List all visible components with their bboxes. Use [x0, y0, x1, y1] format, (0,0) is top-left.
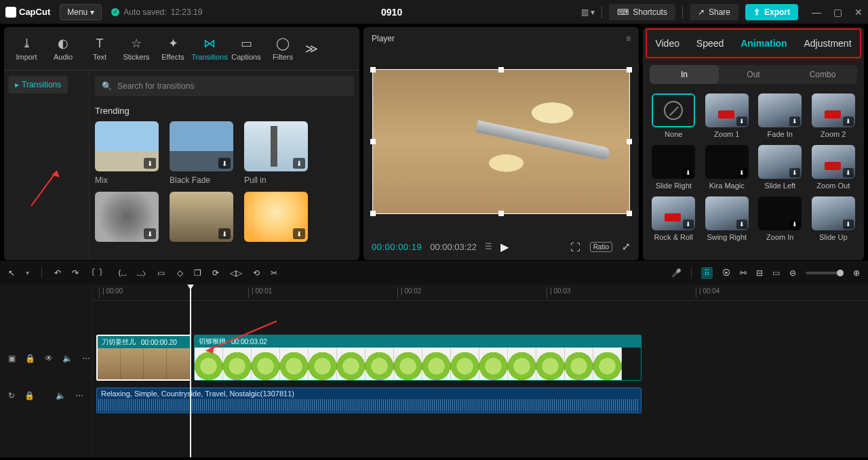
trim-right-icon[interactable]: ⎵⟩ [137, 268, 146, 278]
window-maximize-icon[interactable]: ▢ [833, 7, 842, 18]
reverse-icon[interactable]: ⟳ [212, 268, 219, 278]
inspector-tab-video[interactable]: Video [655, 38, 679, 49]
download-icon[interactable]: ⬇ [218, 158, 231, 169]
align-icon[interactable]: ⦿ [722, 268, 730, 278]
player-stage[interactable] [363, 50, 639, 233]
crop-icon[interactable]: ✂ [271, 268, 277, 278]
transition-thumb[interactable]: ⬇ [244, 192, 308, 246]
undo-icon[interactable]: ↶ [54, 268, 61, 278]
link-icon[interactable]: ⚯ [740, 268, 747, 278]
subtab-combo[interactable]: Combo [788, 65, 857, 84]
more-tools-icon[interactable]: ≫ [301, 41, 322, 56]
focus-frame-icon[interactable]: ⛶ [570, 241, 580, 253]
mic-icon[interactable]: 🎤 [671, 268, 682, 278]
mute-icon[interactable]: 🔈 [62, 354, 73, 363]
share-button[interactable]: ↗ Share [690, 4, 738, 20]
tool-tab-import[interactable]: ⤓Import [8, 36, 45, 61]
record-icon[interactable]: ▣ [8, 354, 16, 363]
preview-toggle-icon[interactable]: ▭ [772, 268, 780, 278]
chevron-down-icon[interactable]: ▾ [26, 269, 29, 276]
mirror-icon[interactable]: ◁▷ [230, 268, 242, 278]
transition-thumb[interactable]: ⬇Pull in [244, 121, 308, 185]
window-minimize-icon[interactable]: — [812, 7, 821, 18]
video-track[interactable]: ver 刀切姜丝儿 00:00:00.20 切猕猴桃 00:00:03.02 [92, 335, 868, 382]
more-icon[interactable]: ⋯ [75, 391, 83, 400]
tool-tab-stickers[interactable]: ☆Stickers [118, 36, 155, 61]
fullscreen-icon[interactable]: ⤢ [622, 241, 631, 253]
download-icon[interactable]: ⬇ [293, 158, 305, 169]
animation-item[interactable]: ⬇Fade In [756, 93, 804, 138]
animation-item[interactable]: ⬇Zoom In [756, 196, 804, 241]
download-icon[interactable]: ⬇ [293, 228, 305, 239]
lock-icon[interactable]: 🔒 [25, 354, 35, 363]
split-icon[interactable]: 〘〙 [91, 267, 107, 278]
export-button[interactable]: ⇪ Export [745, 4, 798, 20]
tool-tab-transitions[interactable]: ⋈Transitions [191, 36, 228, 61]
download-icon[interactable]: ⬇ [144, 228, 156, 239]
inspector-tab-animation[interactable]: Animation [741, 38, 787, 49]
animation-item[interactable]: ⬇Rock & Roll [650, 196, 698, 241]
download-icon[interactable]: ⬇ [683, 219, 694, 229]
download-icon[interactable]: ⬇ [789, 168, 800, 177]
download-icon[interactable]: ⬇ [736, 219, 747, 229]
transition-thumb[interactable]: ⬇Mix [95, 121, 159, 185]
inspector-tab-speed[interactable]: Speed [696, 38, 724, 49]
time-ruler[interactable]: | 00:00| 00:01| 00:02| 00:03| 00:04 [92, 285, 868, 301]
animation-item[interactable]: ⬇Zoom 2 [810, 93, 858, 138]
tool-tab-filters[interactable]: ◯Filters [264, 36, 301, 61]
tool-tab-captions[interactable]: ▭Captions [228, 36, 264, 61]
play-icon[interactable]: ▶ [500, 241, 509, 253]
download-icon[interactable]: ⬇ [789, 117, 800, 126]
more-icon[interactable]: ⋯ [82, 354, 90, 363]
animation-item[interactable]: ⬇Zoom 1 [703, 93, 751, 138]
transition-thumb[interactable]: ⬇ [170, 192, 233, 246]
menu-button[interactable]: Menu ▾ [60, 4, 102, 20]
zoom-in-icon[interactable]: ⊕ [853, 268, 860, 278]
subtab-out[interactable]: Out [719, 65, 788, 84]
download-icon[interactable]: ⬇ [843, 219, 854, 229]
download-icon[interactable]: ⬇ [683, 168, 694, 177]
eye-icon[interactable]: 👁 [45, 354, 53, 363]
copy-icon[interactable]: ❐ [194, 268, 201, 278]
window-close-icon[interactable]: ✕ [854, 7, 863, 18]
animation-item[interactable]: ⬇Slide Right [650, 145, 698, 190]
sidebar-item-transitions[interactable]: ▸ Transitions [8, 76, 68, 93]
search-input[interactable]: 🔍 Search for transitions [95, 76, 354, 96]
download-icon[interactable]: ⬇ [218, 228, 231, 239]
download-icon[interactable]: ⬇ [789, 219, 800, 229]
lock-icon[interactable]: 🔒 [24, 391, 35, 400]
tool-tab-text[interactable]: TText [81, 36, 118, 61]
marker-icon[interactable]: ◇ [177, 268, 183, 278]
zoom-slider[interactable] [806, 272, 844, 274]
animation-item[interactable]: ⬇Kira Magic [703, 145, 751, 190]
animation-item[interactable]: ⬇Slide Up [810, 196, 858, 241]
mute-icon[interactable]: 🔈 [56, 391, 66, 400]
hamburger-icon[interactable]: ≡ [626, 34, 631, 43]
subtab-in[interactable]: In [650, 65, 719, 84]
download-icon[interactable]: ⬇ [144, 158, 156, 169]
shortcuts-button[interactable]: ⌨ Shortcuts [609, 4, 675, 20]
tool-tab-audio[interactable]: ◐Audio [45, 36, 81, 61]
redo-icon[interactable]: ↷ [72, 268, 79, 278]
download-icon[interactable]: ⬇ [736, 117, 747, 126]
audio-track[interactable]: Relaxing, Simple, Countryside, Travel, N… [92, 388, 868, 415]
animation-item[interactable]: ⬇Zoom Out [810, 145, 858, 190]
animation-item[interactable]: ⬇Slide Left [756, 145, 804, 190]
delete-icon[interactable]: ▭ [157, 268, 165, 278]
snap-icon[interactable]: ⊟ [756, 268, 763, 278]
trim-left-icon[interactable]: ⟨⎵ [118, 268, 126, 278]
selection-frame[interactable] [372, 69, 630, 214]
download-icon[interactable]: ⬇ [843, 117, 854, 126]
timeline-body[interactable]: | 00:00| 00:01| 00:02| 00:03| 00:04 ver … [92, 285, 868, 457]
audio-clip[interactable]: Relaxing, Simple, Countryside, Travel, N… [96, 388, 642, 413]
zoom-out-icon[interactable]: ⊖ [789, 268, 796, 278]
list-icon[interactable]: ☰ [485, 242, 492, 251]
video-clip-b[interactable]: 切猕猴桃 00:00:03.02 [194, 335, 642, 381]
transition-thumb[interactable]: ⬇ [95, 192, 159, 246]
ratio-button[interactable]: Ratio [590, 242, 612, 252]
download-icon[interactable]: ⬇ [843, 168, 854, 177]
inspector-tab-adjustment[interactable]: Adjustment [804, 38, 852, 49]
pointer-icon[interactable]: ↖ [8, 268, 15, 278]
animation-item[interactable]: ⬇Swing Right [703, 196, 751, 241]
video-clip-a[interactable]: 刀切姜丝儿 00:00:00.20 [96, 335, 191, 381]
